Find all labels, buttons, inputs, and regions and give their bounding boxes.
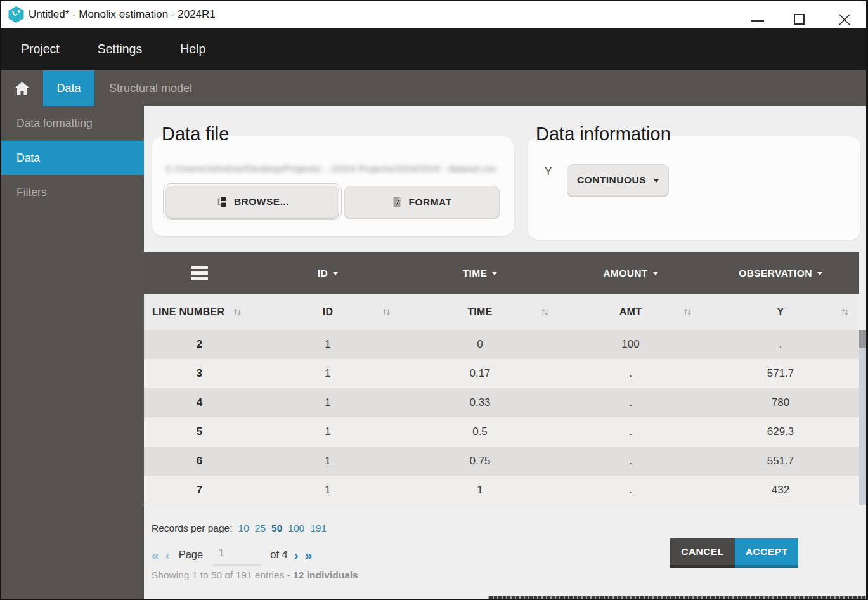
- table-row: 410.33.780: [144, 388, 859, 417]
- tab-structural-model[interactable]: Structural model: [107, 70, 195, 106]
- header-y: Y: [702, 294, 859, 330]
- menu-project[interactable]: Project: [21, 42, 60, 56]
- observation-type-dropdown[interactable]: CONTINUOUS: [567, 164, 669, 196]
- page-label: Page: [179, 549, 204, 561]
- menu-help[interactable]: Help: [180, 42, 205, 56]
- clipped-bottom-bar: [488, 596, 866, 599]
- records-option-10[interactable]: 10: [238, 523, 249, 534]
- accept-button[interactable]: ACCEPT: [735, 538, 798, 568]
- header-time: TIME: [401, 294, 559, 330]
- individuals-count: 12 individuals: [293, 570, 358, 580]
- records-option-191[interactable]: 191: [310, 523, 327, 534]
- table-body: 210100. 310.17.571.7 410.33.780 510.5.62…: [144, 330, 859, 505]
- column-tag-amount-dropdown[interactable]: AMOUNT: [559, 268, 702, 279]
- tab-bar: Data Structural model: [1, 70, 866, 106]
- records-option-25[interactable]: 25: [255, 523, 266, 534]
- table-row: 210100.: [144, 330, 859, 359]
- data-file-card: C:/Users/JohnDoe/Desktop/Projects/..../2…: [152, 136, 514, 236]
- previous-page-icon[interactable]: ‹: [165, 548, 170, 561]
- page-count-label: of 4: [270, 549, 288, 561]
- last-page-icon[interactable]: »: [305, 548, 313, 561]
- column-tag-time-dropdown[interactable]: TIME: [401, 268, 559, 279]
- sidebar: Data formatting Data Filters: [1, 106, 144, 599]
- table-row: 711.432: [144, 476, 859, 505]
- browse-button[interactable]: BROWSE...: [165, 186, 339, 218]
- table-toolbar: ID TIME AMOUNT OBSERVATION: [144, 252, 859, 294]
- column-tag-id-dropdown[interactable]: ID: [255, 268, 401, 279]
- sort-icon[interactable]: [682, 308, 692, 316]
- chevron-down-icon: [492, 272, 497, 275]
- table-row: 310.17.571.7: [144, 359, 859, 388]
- table-row: 510.5.629.3: [144, 417, 859, 447]
- data-information-card: Y CONTINUOUS: [528, 136, 860, 240]
- maximize-icon[interactable]: [794, 14, 805, 25]
- menu-bar: Project Settings Help: [1, 28, 866, 70]
- format-button[interactable]: FORMAT: [344, 186, 500, 218]
- home-icon[interactable]: [13, 79, 31, 97]
- chevron-down-icon: [653, 272, 658, 275]
- chevron-down-icon: [333, 272, 338, 275]
- vertical-scrollbar[interactable]: [859, 330, 866, 505]
- chevron-down-icon: [654, 179, 659, 183]
- app-window: Untitled* - Monolix estimation - 2024R1 …: [0, 0, 868, 600]
- minimize-icon[interactable]: [751, 20, 764, 22]
- sort-icon[interactable]: [540, 308, 550, 316]
- menu-settings[interactable]: Settings: [98, 42, 142, 56]
- file-edit-icon: [392, 196, 402, 208]
- sort-icon[interactable]: [839, 308, 850, 316]
- records-option-100[interactable]: 100: [288, 523, 304, 534]
- monolix-app-icon: [8, 6, 25, 23]
- data-file-path: C:/Users/JohnDoe/Desktop/Projects/..../2…: [166, 163, 500, 174]
- header-line-number: LINE NUMBER: [144, 294, 255, 330]
- observation-name-label: Y: [545, 166, 552, 178]
- data-information-title: Data information: [536, 124, 671, 145]
- sort-icon[interactable]: [232, 308, 242, 316]
- sidebar-item-data-formatting[interactable]: Data formatting: [1, 106, 144, 141]
- browse-button-ring: BROWSE...: [163, 183, 342, 220]
- records-option-50[interactable]: 50: [271, 523, 282, 534]
- folder-tree-icon: [216, 196, 228, 207]
- title-bar: Untitled* - Monolix estimation - 2024R1: [1, 1, 866, 28]
- sidebar-item-data[interactable]: Data: [1, 141, 144, 175]
- page-navigation: « ‹ Page of 4 › »: [152, 542, 312, 566]
- data-file-title: Data file: [162, 124, 229, 145]
- column-tag-observation-dropdown[interactable]: OBSERVATION: [702, 268, 859, 279]
- first-page-icon[interactable]: «: [152, 548, 159, 561]
- sidebar-item-filters[interactable]: Filters: [1, 175, 144, 210]
- entries-summary: Showing 1 to 50 of 191 entries - 12 indi…: [152, 570, 358, 581]
- records-per-page-label: Records per page:: [152, 523, 233, 534]
- chevron-down-icon: [817, 272, 822, 275]
- scrollbar-thumb[interactable]: [859, 330, 866, 348]
- header-id: ID: [255, 294, 401, 330]
- page-number-input[interactable]: [213, 543, 261, 566]
- hamburger-menu-icon[interactable]: [191, 266, 208, 280]
- records-per-page: Records per page: 10 25 50 100 191: [152, 523, 327, 534]
- tab-data[interactable]: Data: [43, 70, 94, 106]
- table-header-row: LINE NUMBER ID TIME AMT Y: [144, 294, 859, 330]
- window-title: Untitled* - Monolix estimation - 2024R1: [29, 1, 216, 28]
- sort-icon[interactable]: [381, 308, 391, 316]
- cancel-button[interactable]: CANCEL: [670, 538, 735, 568]
- table-row: 610.75.551.7: [144, 447, 859, 476]
- header-amt: AMT: [559, 294, 702, 330]
- close-icon[interactable]: [838, 13, 852, 27]
- next-page-icon[interactable]: ›: [294, 548, 299, 561]
